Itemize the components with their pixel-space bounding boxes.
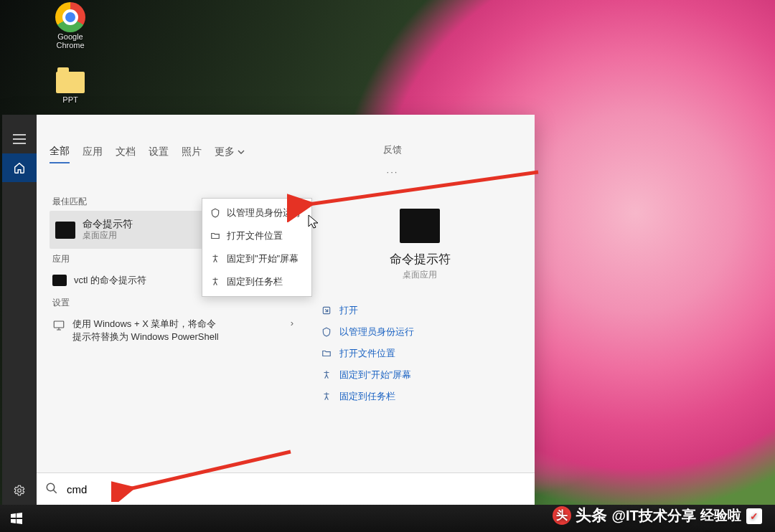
watermark: 头 头条 @IT技术分享 经验啦 ✓ jingyanla.com [553, 505, 762, 526]
setting-result-powershell[interactable]: 使用 Windows + X 菜单时，将命令 提示符替换为 Windows Po… [50, 312, 299, 348]
preview-card: 命令提示符 桌面应用 [390, 209, 451, 281]
tab-more-label: 更多 [215, 146, 235, 158]
pin-start-icon [321, 369, 332, 381]
rail-expand-button[interactable] [2, 125, 37, 153]
ctx-location-label: 打开文件位置 [227, 229, 283, 242]
context-menu: 以管理员身份运行 打开文件位置 固定到"开始"屏幕 固定到任务栏 [202, 198, 312, 297]
chrome-label: Google Chrome [44, 32, 96, 49]
rail-home-button[interactable] [2, 153, 37, 182]
search-panel: 全部 应用 文档 设置 照片 更多 反馈 ··· 最佳匹配 命令提示符 [37, 115, 535, 505]
search-input[interactable] [65, 483, 526, 496]
action-pin-taskbar[interactable]: 固定到任务栏 [319, 386, 397, 407]
best-match-title: 命令提示符 [83, 218, 133, 229]
action-pinstart-label: 固定到"开始"屏幕 [339, 369, 411, 381]
search-tabs: 全部 应用 文档 设置 照片 更多 反馈 ··· [37, 115, 535, 189]
tab-apps[interactable]: 应用 [83, 146, 103, 163]
rail-settings-button[interactable] [2, 476, 37, 505]
action-pin-start[interactable]: 固定到"开始"屏幕 [319, 364, 413, 386]
watermark-prefix: 头条 [576, 505, 607, 526]
app-result-label: vctl 的命令提示符 [74, 274, 146, 287]
svg-point-0 [18, 489, 22, 493]
preview-column: 命令提示符 桌面应用 打开 以管理员身份运行 打开文件位置 固定到" [299, 189, 535, 472]
ctx-open-location[interactable]: 打开文件位置 [202, 224, 311, 247]
check-badge-icon: ✓ [746, 508, 762, 524]
preview-title: 命令提示符 [390, 252, 451, 267]
action-location-label: 打开文件位置 [339, 347, 395, 360]
tab-more[interactable]: 更多 [215, 146, 245, 163]
svg-point-3 [47, 483, 55, 491]
ctx-pin-taskbar[interactable]: 固定到任务栏 [202, 270, 311, 293]
folder-location-icon [210, 230, 221, 242]
watermark-site-prefix: 经验啦 [700, 508, 741, 523]
cmd-thumb-icon [55, 222, 75, 239]
ctx-admin-label: 以管理员身份运行 [227, 206, 301, 219]
tab-photos[interactable]: 照片 [182, 146, 202, 163]
ctx-pintaskbar-label: 固定到任务栏 [227, 275, 283, 288]
search-window: 全部 应用 文档 设置 照片 更多 反馈 ··· 最佳匹配 命令提示符 [2, 115, 535, 505]
pin-start-icon [210, 253, 221, 265]
search-icon [45, 482, 58, 497]
tab-documents[interactable]: 文档 [116, 146, 136, 163]
ctx-pin-start[interactable]: 固定到"开始"屏幕 [202, 247, 311, 270]
action-open-label: 打开 [339, 304, 358, 317]
tab-all[interactable]: 全部 [50, 145, 70, 163]
search-input-bar[interactable] [37, 472, 535, 505]
folder-icon [55, 65, 85, 95]
svg-rect-1 [54, 321, 64, 328]
start-button[interactable] [2, 505, 31, 532]
best-match-subtitle: 桌面应用 [83, 229, 133, 242]
admin-run-icon [321, 326, 332, 338]
chevron-right-icon: › [291, 318, 293, 328]
setting-line1: 使用 Windows + X 菜单时，将命令 [72, 318, 216, 329]
action-open-location[interactable]: 打开文件位置 [319, 343, 397, 364]
search-rail [2, 115, 37, 505]
section-settings: 设置 [52, 297, 299, 309]
action-open[interactable]: 打开 [319, 300, 360, 321]
preview-thumb-icon [400, 209, 440, 243]
cmd-mini-icon [52, 275, 67, 286]
open-icon [321, 305, 332, 316]
chevron-down-icon [238, 148, 245, 156]
ctx-run-admin[interactable]: 以管理员身份运行 [202, 201, 311, 224]
action-admin-label: 以管理员身份运行 [339, 326, 414, 338]
desktop-icons-area: Google Chrome PPT [44, 2, 96, 104]
setting-line2: 提示符替换为 Windows PowerShell [72, 331, 219, 342]
ppt-folder-shortcut[interactable]: PPT [44, 65, 96, 104]
ppt-label: PPT [62, 95, 78, 104]
chrome-icon [55, 2, 85, 32]
action-pintaskbar-label: 固定到任务栏 [339, 390, 395, 403]
admin-run-icon [210, 207, 221, 219]
action-run-admin[interactable]: 以管理员身份运行 [319, 321, 415, 343]
feedback-link[interactable]: 反馈 [383, 143, 402, 156]
preview-subtitle: 桌面应用 [390, 269, 451, 281]
pin-taskbar-icon [210, 276, 221, 288]
folder-location-icon [321, 348, 332, 359]
chrome-shortcut[interactable]: Google Chrome [44, 2, 96, 49]
tab-settings[interactable]: 设置 [149, 146, 169, 163]
pin-taskbar-icon [321, 391, 332, 402]
toutiao-logo-icon: 头 [553, 506, 571, 525]
monitor-icon [52, 319, 65, 332]
ctx-pinstart-label: 固定到"开始"屏幕 [227, 252, 299, 265]
overflow-button[interactable]: ··· [387, 166, 399, 177]
watermark-handle: @IT技术分享 [611, 506, 695, 526]
